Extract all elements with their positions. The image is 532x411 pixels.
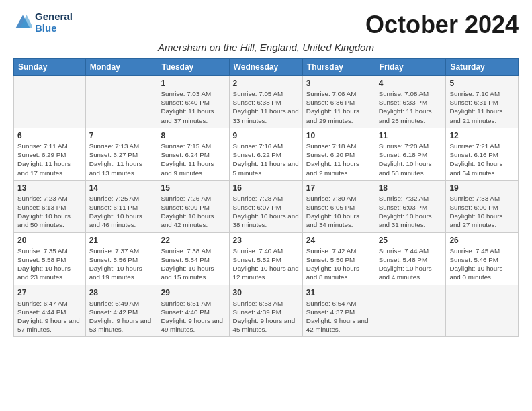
table-row: 25Sunrise: 7:44 AM Sunset: 5:48 PM Dayli… bbox=[375, 232, 446, 285]
calendar-table: Sunday Monday Tuesday Wednesday Thursday… bbox=[13, 58, 519, 337]
col-monday: Monday bbox=[85, 59, 157, 76]
day-number: 29 bbox=[161, 288, 225, 298]
table-row bbox=[375, 285, 446, 337]
day-number: 15 bbox=[161, 183, 225, 193]
table-row: 29Sunrise: 6:51 AM Sunset: 4:40 PM Dayli… bbox=[157, 285, 229, 337]
day-number: 8 bbox=[161, 131, 225, 140]
table-row: 21Sunrise: 7:37 AM Sunset: 5:56 PM Dayli… bbox=[85, 232, 157, 285]
day-info: Sunrise: 7:05 AM Sunset: 6:38 PM Dayligh… bbox=[233, 89, 299, 125]
table-row: 19Sunrise: 7:33 AM Sunset: 6:00 PM Dayli… bbox=[446, 180, 519, 232]
day-number: 28 bbox=[89, 288, 154, 298]
day-info: Sunrise: 7:35 AM Sunset: 5:58 PM Dayligh… bbox=[17, 246, 82, 282]
calendar-header-row: Sunday Monday Tuesday Wednesday Thursday… bbox=[14, 59, 519, 76]
table-row: 22Sunrise: 7:38 AM Sunset: 5:54 PM Dayli… bbox=[157, 232, 229, 285]
table-row: 9Sunrise: 7:16 AM Sunset: 6:22 PM Daylig… bbox=[229, 128, 302, 180]
day-number: 14 bbox=[89, 183, 154, 193]
col-thursday: Thursday bbox=[302, 59, 375, 76]
day-number: 12 bbox=[449, 131, 515, 140]
day-info: Sunrise: 7:44 AM Sunset: 5:48 PM Dayligh… bbox=[379, 246, 443, 282]
table-row: 14Sunrise: 7:25 AM Sunset: 6:11 PM Dayli… bbox=[85, 180, 157, 232]
day-info: Sunrise: 6:47 AM Sunset: 4:44 PM Dayligh… bbox=[17, 299, 82, 334]
day-number: 16 bbox=[233, 183, 299, 193]
table-row: 31Sunrise: 6:54 AM Sunset: 4:37 PM Dayli… bbox=[302, 285, 375, 337]
day-number: 7 bbox=[89, 131, 154, 140]
day-number: 10 bbox=[306, 131, 371, 140]
table-row: 16Sunrise: 7:28 AM Sunset: 6:07 PM Dayli… bbox=[229, 180, 302, 232]
day-info: Sunrise: 7:11 AM Sunset: 6:29 PM Dayligh… bbox=[17, 142, 82, 177]
table-row: 11Sunrise: 7:20 AM Sunset: 6:18 PM Dayli… bbox=[375, 128, 446, 180]
day-number: 22 bbox=[161, 236, 225, 245]
day-number: 1 bbox=[161, 79, 225, 88]
logo-icon bbox=[13, 13, 32, 32]
col-tuesday: Tuesday bbox=[157, 59, 229, 76]
day-number: 4 bbox=[379, 79, 443, 88]
table-row: 10Sunrise: 7:18 AM Sunset: 6:20 PM Dayli… bbox=[302, 128, 375, 180]
day-number: 18 bbox=[379, 183, 443, 193]
table-row bbox=[85, 76, 157, 128]
day-number: 26 bbox=[449, 236, 515, 245]
day-info: Sunrise: 7:18 AM Sunset: 6:20 PM Dayligh… bbox=[306, 142, 371, 177]
day-info: Sunrise: 7:28 AM Sunset: 6:07 PM Dayligh… bbox=[233, 194, 299, 230]
calendar-week-row: 6Sunrise: 7:11 AM Sunset: 6:29 PM Daylig… bbox=[14, 128, 519, 180]
table-row bbox=[446, 285, 519, 337]
day-number: 20 bbox=[17, 236, 82, 245]
day-info: Sunrise: 7:25 AM Sunset: 6:11 PM Dayligh… bbox=[89, 194, 154, 230]
day-info: Sunrise: 7:13 AM Sunset: 6:27 PM Dayligh… bbox=[89, 142, 154, 177]
day-info: Sunrise: 7:15 AM Sunset: 6:24 PM Dayligh… bbox=[161, 142, 225, 177]
col-friday: Friday bbox=[375, 59, 446, 76]
day-info: Sunrise: 6:49 AM Sunset: 4:42 PM Dayligh… bbox=[89, 299, 154, 334]
day-number: 24 bbox=[306, 236, 371, 245]
day-number: 21 bbox=[89, 236, 154, 245]
day-info: Sunrise: 7:03 AM Sunset: 6:40 PM Dayligh… bbox=[161, 89, 225, 125]
day-info: Sunrise: 6:51 AM Sunset: 4:40 PM Dayligh… bbox=[161, 299, 225, 334]
calendar-week-row: 1Sunrise: 7:03 AM Sunset: 6:40 PM Daylig… bbox=[14, 76, 519, 128]
table-row: 28Sunrise: 6:49 AM Sunset: 4:42 PM Dayli… bbox=[85, 285, 157, 337]
table-row: 3Sunrise: 7:06 AM Sunset: 6:36 PM Daylig… bbox=[302, 76, 375, 128]
day-number: 23 bbox=[233, 236, 299, 245]
table-row: 24Sunrise: 7:42 AM Sunset: 5:50 PM Dayli… bbox=[302, 232, 375, 285]
table-row: 13Sunrise: 7:23 AM Sunset: 6:13 PM Dayli… bbox=[14, 180, 86, 232]
table-row: 8Sunrise: 7:15 AM Sunset: 6:24 PM Daylig… bbox=[157, 128, 229, 180]
day-number: 25 bbox=[379, 236, 443, 245]
day-number: 13 bbox=[17, 183, 82, 193]
day-number: 17 bbox=[306, 183, 371, 193]
day-number: 9 bbox=[233, 131, 299, 140]
table-row: 23Sunrise: 7:40 AM Sunset: 5:52 PM Dayli… bbox=[229, 232, 302, 285]
col-sunday: Sunday bbox=[14, 59, 86, 76]
logo-text: General Blue bbox=[35, 11, 73, 34]
table-row: 26Sunrise: 7:45 AM Sunset: 5:46 PM Dayli… bbox=[446, 232, 519, 285]
col-saturday: Saturday bbox=[446, 59, 519, 76]
page-title: October 2024 bbox=[365, 11, 519, 39]
day-number: 11 bbox=[379, 131, 443, 140]
day-info: Sunrise: 7:32 AM Sunset: 6:03 PM Dayligh… bbox=[379, 194, 443, 230]
page: General Blue October 2024 Amersham on th… bbox=[0, 0, 532, 344]
day-number: 30 bbox=[233, 288, 299, 298]
table-row: 18Sunrise: 7:32 AM Sunset: 6:03 PM Dayli… bbox=[375, 180, 446, 232]
day-info: Sunrise: 7:42 AM Sunset: 5:50 PM Dayligh… bbox=[306, 246, 371, 282]
table-row: 6Sunrise: 7:11 AM Sunset: 6:29 PM Daylig… bbox=[14, 128, 86, 180]
table-row: 27Sunrise: 6:47 AM Sunset: 4:44 PM Dayli… bbox=[14, 285, 86, 337]
calendar-week-row: 13Sunrise: 7:23 AM Sunset: 6:13 PM Dayli… bbox=[14, 180, 519, 232]
day-info: Sunrise: 7:16 AM Sunset: 6:22 PM Dayligh… bbox=[233, 142, 299, 177]
day-info: Sunrise: 7:38 AM Sunset: 5:54 PM Dayligh… bbox=[161, 246, 225, 282]
header-top: General Blue October 2024 bbox=[13, 11, 519, 39]
day-number: 27 bbox=[17, 288, 82, 298]
day-info: Sunrise: 7:33 AM Sunset: 6:00 PM Dayligh… bbox=[449, 194, 515, 230]
table-row: 5Sunrise: 7:10 AM Sunset: 6:31 PM Daylig… bbox=[446, 76, 519, 128]
table-row: 4Sunrise: 7:08 AM Sunset: 6:33 PM Daylig… bbox=[375, 76, 446, 128]
day-number: 2 bbox=[233, 79, 299, 88]
day-info: Sunrise: 7:37 AM Sunset: 5:56 PM Dayligh… bbox=[89, 246, 154, 282]
day-number: 19 bbox=[449, 183, 515, 193]
day-number: 5 bbox=[449, 79, 515, 88]
day-info: Sunrise: 7:26 AM Sunset: 6:09 PM Dayligh… bbox=[161, 194, 225, 230]
day-info: Sunrise: 6:54 AM Sunset: 4:37 PM Dayligh… bbox=[306, 299, 371, 334]
table-row: 2Sunrise: 7:05 AM Sunset: 6:38 PM Daylig… bbox=[229, 76, 302, 128]
day-info: Sunrise: 7:21 AM Sunset: 6:16 PM Dayligh… bbox=[449, 142, 515, 177]
day-info: Sunrise: 7:08 AM Sunset: 6:33 PM Dayligh… bbox=[379, 89, 443, 125]
calendar-week-row: 27Sunrise: 6:47 AM Sunset: 4:44 PM Dayli… bbox=[14, 285, 519, 337]
day-info: Sunrise: 7:40 AM Sunset: 5:52 PM Dayligh… bbox=[233, 246, 299, 282]
table-row: 17Sunrise: 7:30 AM Sunset: 6:05 PM Dayli… bbox=[302, 180, 375, 232]
logo: General Blue bbox=[13, 11, 73, 34]
day-number: 6 bbox=[17, 131, 82, 140]
table-row: 7Sunrise: 7:13 AM Sunset: 6:27 PM Daylig… bbox=[85, 128, 157, 180]
